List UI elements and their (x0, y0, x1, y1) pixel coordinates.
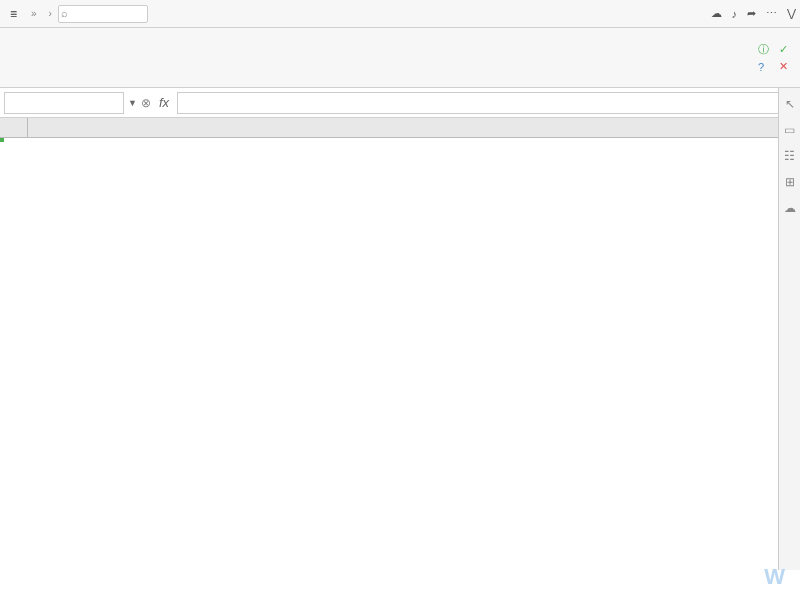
ribbon-toolbar: ⓘ ? ✓ ✕ (0, 28, 800, 88)
formula-input[interactable] (177, 92, 796, 114)
column-headers (0, 118, 800, 138)
dropdown-icon[interactable]: ▼ (128, 98, 137, 108)
cursor-icon[interactable]: ↖ (782, 96, 798, 112)
cancel-icon[interactable]: ⊗ (141, 96, 151, 110)
formula-bar: ▼ ⊗ fx (0, 88, 800, 118)
command-search[interactable]: ⌕ (58, 5, 148, 23)
select-all-corner[interactable] (0, 118, 28, 137)
file-menu[interactable]: ≡ (4, 5, 25, 23)
side-panel: ↖ ▭ ☷ ⊞ ☁ (778, 88, 800, 570)
settings-icon[interactable]: ⊞ (782, 174, 798, 190)
modified-status[interactable]: ☁ (711, 7, 722, 20)
more-icon[interactable]: ⋯ (766, 7, 777, 20)
share-button[interactable]: ➦ (747, 7, 756, 20)
feedback-button[interactable]: ? (758, 61, 773, 73)
properties-icon[interactable]: ☷ (782, 148, 798, 164)
fx-icon[interactable]: fx (155, 95, 173, 110)
backup-icon[interactable]: ☁ (782, 200, 798, 216)
cell-reference-input[interactable] (4, 92, 124, 114)
selection-indicator (0, 138, 4, 142)
spreadsheet-area (0, 118, 800, 600)
top-menu-bar: ≡ » › ⌕ ☁ ♪ ➦ ⋯ ⋁ (0, 0, 800, 28)
close-button[interactable]: ✕ (779, 60, 792, 73)
collapse-icon[interactable]: ⋁ (787, 7, 796, 20)
select-icon[interactable]: ▭ (782, 122, 798, 138)
collab-button[interactable]: ♪ (732, 8, 738, 20)
chevron-icon[interactable]: » (27, 8, 41, 19)
command-search-input[interactable] (58, 5, 148, 23)
chevron-icon[interactable]: › (45, 8, 56, 19)
search-icon: ⌕ (61, 7, 68, 19)
usage-help[interactable]: ⓘ (758, 42, 773, 57)
renew-button[interactable]: ✓ (779, 43, 792, 56)
